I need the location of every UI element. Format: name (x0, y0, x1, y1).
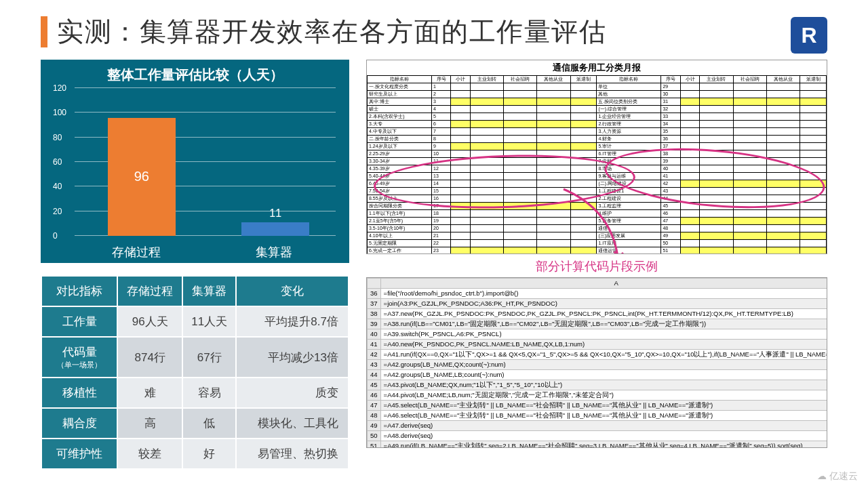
title-accent-bar (41, 16, 47, 47)
watermark: ☁ 亿速云 (817, 470, 858, 483)
bar-chart: 整体工作量评估比较（人天） 020406080100120 9611 存储过程集… (41, 60, 349, 263)
code-screenshot: ABCDE36=file("/root/demo/hi_psndoc_ctrt.… (366, 277, 827, 448)
brand-logo: R (791, 17, 827, 54)
comparison-table: 对比指标存储过程集算器变化 工作量96人天11人天平均提升8.7倍代码量（单一场… (41, 275, 349, 470)
chart-title: 整体工作量评估比较（人天） (47, 66, 342, 84)
title-area: 实测：集算器开发效率在各方面的工作量评估 (41, 14, 827, 50)
annotation-label: 部分计算代码片段示例 (366, 258, 827, 274)
page-title: 实测：集算器开发效率在各方面的工作量评估 (57, 14, 606, 50)
report-screenshot: 通信服务用工分类月报 指标名称序号小计主业划转社会招聘其他从业派遣制指标名称序号… (366, 60, 827, 254)
report-title: 通信服务用工分类月报 (367, 62, 827, 74)
